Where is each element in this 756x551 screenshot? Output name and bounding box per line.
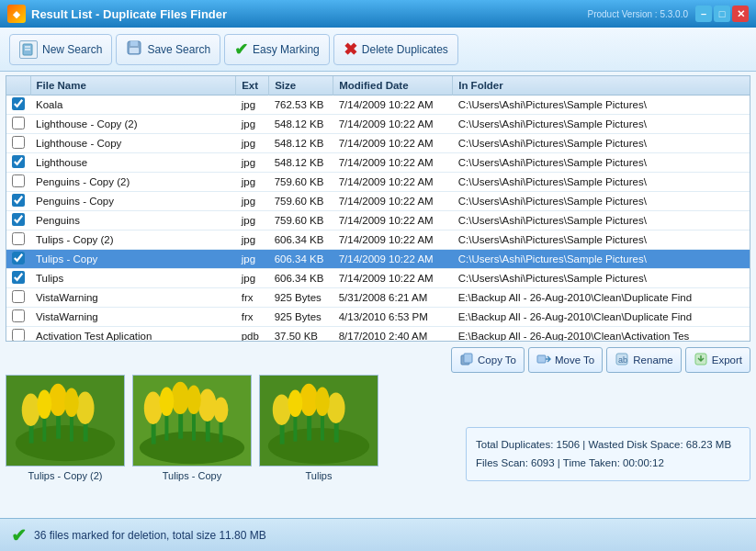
rename-label: Rename [633,354,672,365]
minimize-button[interactable]: – [695,6,712,22]
row-checkbox[interactable] [12,329,25,342]
stats-line-1: Total Duplicates: 1506 | Wasted Disk Spa… [476,435,740,455]
row-checkbox[interactable] [12,252,25,264]
title-bar: ◆ Result List - Duplicate Files Finder P… [0,0,756,28]
easy-marking-button[interactable]: ✔ Easy Marking [224,34,330,65]
row-ext: frx [236,288,269,308]
new-search-icon [19,40,38,59]
row-checkbox[interactable] [12,155,25,168]
table-row: Tulips - Copy (2) jpg 606.34 KB 7/14/200… [6,231,750,250]
row-check-cell[interactable] [6,269,30,288]
row-check-cell[interactable] [6,115,30,134]
delete-duplicates-label: Delete Duplicates [362,43,448,56]
row-check-cell[interactable] [6,250,30,269]
row-name: Activation Test Aplication [30,327,236,343]
row-check-cell[interactable] [6,327,30,343]
version-label: Product Version : 5.3.0.0 [587,9,688,19]
rename-icon: ab [615,352,629,368]
window-title: Result List - Duplicate Files Finder [31,7,227,21]
row-checkbox[interactable] [12,232,25,245]
close-button[interactable]: ✕ [732,6,749,22]
row-checkbox[interactable] [12,194,25,207]
row-checkbox[interactable] [12,213,25,226]
status-check-icon: ✔ [11,524,27,546]
title-bar-left: ◆ Result List - Duplicate Files Finder [7,5,227,23]
row-ext: jpg [236,269,269,288]
row-date: 7/14/2009 10:22 AM [333,115,453,134]
row-checkbox[interactable] [12,309,25,322]
table-row: Penguins - Copy jpg 759.60 KB 7/14/2009 … [6,192,750,211]
row-ext: jpg [236,173,269,192]
svg-point-13 [76,391,95,423]
svg-point-25 [198,389,217,422]
row-check-cell[interactable] [6,192,30,211]
bottom-area: Tulips - Copy (2) [6,345,750,481]
delete-duplicates-button[interactable]: ✖ Delete Duplicates [333,34,458,65]
row-folder: C:\Users\Ashi\Pictures\Sample Pictures\ [453,115,750,134]
svg-point-39 [327,392,345,422]
row-ext: jpg [236,153,269,173]
row-name: Koala [30,96,236,115]
row-checkbox[interactable] [12,174,25,187]
col-ext[interactable]: Ext [236,76,269,96]
row-folder: C:\Users\Ashi\Pictures\Sample Pictures\ [453,192,750,211]
table-row: Tulips jpg 606.34 KB 7/14/2009 10:22 AM … [6,269,750,288]
svg-point-35 [273,394,291,424]
row-checkbox[interactable] [12,271,25,284]
new-search-button[interactable]: New Search [9,34,112,65]
rename-button[interactable]: ab Rename [606,347,681,373]
col-date[interactable]: Modified Date [333,76,453,96]
row-ext: jpg [236,250,269,269]
table-header-row: File Name Ext Size Modified Date In Fold… [6,76,750,96]
file-table-container[interactable]: File Name Ext Size Modified Date In Fold… [6,75,750,342]
row-check-cell[interactable] [6,231,30,250]
row-checkbox[interactable] [12,290,25,303]
row-check-cell[interactable] [6,96,30,115]
col-size[interactable]: Size [269,76,333,96]
col-filename[interactable]: File Name [30,76,236,96]
new-search-label: New Search [42,43,102,56]
main-area: File Name Ext Size Modified Date In Fold… [0,72,756,518]
col-folder[interactable]: In Folder [453,76,750,96]
row-check-cell[interactable] [6,308,30,327]
row-name: Tulips - Copy (2) [30,231,236,250]
svg-point-29 [186,386,201,415]
row-ext: jpg [236,96,269,115]
svg-rect-5 [130,48,139,53]
file-table-body: Koala jpg 762.53 KB 7/14/2009 10:22 AM C… [6,96,750,343]
table-row: Penguins - Copy (2) jpg 759.60 KB 7/14/2… [6,173,750,192]
svg-point-41 [288,390,303,418]
row-check-cell[interactable] [6,288,30,308]
save-search-label: Save Search [147,43,210,56]
copy-to-button[interactable]: Copy To [451,347,525,373]
export-button[interactable]: Export [685,347,750,373]
row-check-cell[interactable] [6,173,30,192]
move-to-button[interactable]: Move To [528,347,603,373]
table-row: Penguins jpg 759.60 KB 7/14/2009 10:22 A… [6,211,750,231]
row-folder: C:\Users\Ashi\Pictures\Sample Pictures\ [453,96,750,115]
table-row: VistaWarning frx 925 Bytes 4/13/2010 6:5… [6,308,750,327]
save-search-button[interactable]: Save Search [116,34,220,65]
svg-point-9 [22,393,40,425]
row-date: 7/14/2009 10:22 AM [333,192,453,211]
row-check-cell[interactable] [6,134,30,153]
row-checkbox[interactable] [12,136,25,149]
svg-point-37 [299,384,318,416]
row-date: 7/14/2009 10:22 AM [333,96,453,115]
row-size: 37.50 KB [269,327,333,343]
row-folder: C:\Users\Ashi\Pictures\Sample Pictures\ [453,134,750,153]
row-ext: pdb [236,327,269,343]
table-row: Lighthouse - Copy jpg 548.12 KB 7/14/200… [6,134,750,153]
row-checkbox[interactable] [12,117,25,129]
row-folder: C:\Users\Ashi\Pictures\Sample Pictures\ [453,269,750,288]
row-ext: jpg [236,192,269,211]
row-date: 7/14/2009 10:22 AM [333,269,453,288]
preview-item-1: Tulips - Copy (2) [6,375,125,481]
row-check-cell[interactable] [6,211,30,231]
row-check-cell[interactable] [6,153,30,173]
row-checkbox[interactable] [12,97,25,110]
toolbar: New Search Save Search ✔ Easy Marking ✖ … [0,28,756,72]
row-name: Penguins - Copy (2) [30,173,236,192]
row-size: 606.34 KB [269,250,333,269]
maximize-button[interactable]: □ [714,6,730,22]
